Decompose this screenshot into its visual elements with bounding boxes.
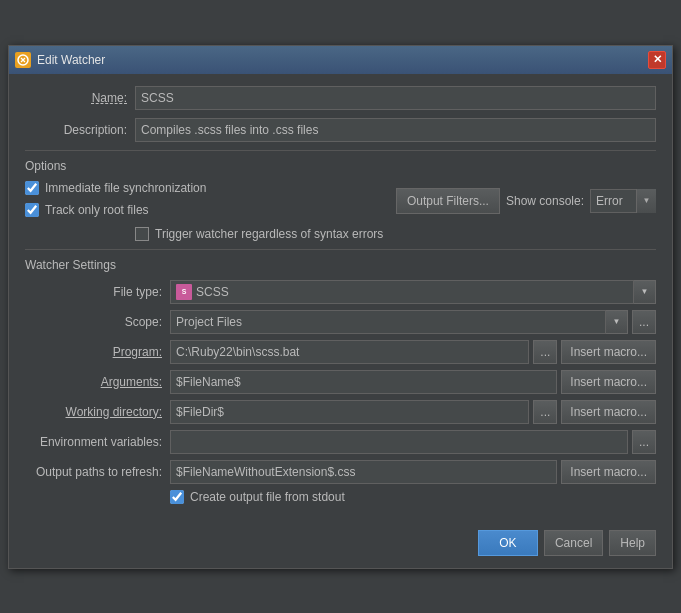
arguments-insert-macro-button[interactable]: Insert macro...	[561, 370, 656, 394]
create-output-checkbox[interactable]	[170, 490, 184, 504]
show-console-label: Show console:	[506, 194, 584, 208]
name-row: Name:	[25, 86, 656, 110]
trigger-checkbox[interactable]	[135, 227, 149, 241]
arguments-input[interactable]	[170, 370, 557, 394]
env-vars-input-wrap: ...	[170, 430, 656, 454]
track-root-checkbox[interactable]	[25, 203, 39, 217]
scss-file-icon: S	[176, 284, 192, 300]
working-dir-ellipsis-btn[interactable]: ...	[533, 400, 557, 424]
options-section: Options Immediate file synchronization T…	[25, 159, 656, 241]
scope-input-wrap: Project Files ▼ ...	[170, 310, 656, 334]
working-dir-row: Working directory: ... Insert macro...	[25, 400, 656, 424]
scope-ellipsis-btn[interactable]: ...	[632, 310, 656, 334]
working-dir-input[interactable]	[170, 400, 529, 424]
immediate-sync-row: Immediate file synchronization	[25, 181, 206, 195]
working-dir-label: Working directory:	[25, 405, 170, 419]
cancel-button[interactable]: Cancel	[544, 530, 603, 556]
options-right: Output Filters... Show console: Error Al…	[396, 188, 656, 214]
output-paths-input-wrap: Insert macro...	[170, 460, 656, 484]
output-paths-label: Output paths to refresh:	[25, 465, 170, 479]
file-type-row: File type: S SCSS ▼	[25, 280, 656, 304]
close-button[interactable]: ✕	[648, 51, 666, 69]
env-vars-label: Environment variables:	[25, 435, 170, 449]
env-vars-input[interactable]	[170, 430, 628, 454]
scope-select[interactable]: Project Files	[170, 310, 606, 334]
file-type-dropdown-btn[interactable]: ▼	[634, 280, 656, 304]
track-root-row: Track only root files	[25, 203, 206, 217]
output-filters-button[interactable]: Output Filters...	[396, 188, 500, 214]
env-vars-row: Environment variables: ...	[25, 430, 656, 454]
options-main-row: Immediate file synchronization Track onl…	[25, 181, 656, 221]
program-row: Program: ... Insert macro...	[25, 340, 656, 364]
show-console-select[interactable]: Error Always Never	[590, 189, 656, 213]
title-bar: Edit Watcher ✕	[9, 46, 672, 74]
file-type-select-wrap: S SCSS ▼	[170, 280, 656, 304]
dialog-body: Name: Description: Options Immediate fil…	[9, 74, 672, 520]
edit-watcher-dialog: Edit Watcher ✕ Name: Description: Option…	[8, 45, 673, 569]
output-paths-input[interactable]	[170, 460, 557, 484]
arguments-input-wrap: Insert macro...	[170, 370, 656, 394]
program-input[interactable]	[170, 340, 529, 364]
options-title: Options	[25, 159, 656, 173]
program-ellipsis-btn[interactable]: ...	[533, 340, 557, 364]
trigger-row: Trigger watcher regardless of syntax err…	[135, 227, 656, 241]
show-console-select-wrap: Error Always Never ▼	[590, 189, 656, 213]
trigger-label: Trigger watcher regardless of syntax err…	[155, 227, 383, 241]
ok-button[interactable]: OK	[478, 530, 538, 556]
working-dir-input-wrap: ... Insert macro...	[170, 400, 656, 424]
program-insert-macro-button[interactable]: Insert macro...	[561, 340, 656, 364]
program-input-wrap: ... Insert macro...	[170, 340, 656, 364]
description-input[interactable]	[135, 118, 656, 142]
create-output-row: Create output file from stdout	[170, 490, 656, 504]
output-paths-insert-macro-button[interactable]: Insert macro...	[561, 460, 656, 484]
scope-label: Scope:	[25, 315, 170, 329]
scope-row: Scope: Project Files ▼ ...	[25, 310, 656, 334]
immediate-sync-checkbox[interactable]	[25, 181, 39, 195]
dialog-footer: OK Cancel Help	[9, 520, 672, 568]
description-row: Description:	[25, 118, 656, 142]
file-type-label: File type:	[25, 285, 170, 299]
dialog-title: Edit Watcher	[37, 53, 105, 67]
name-input[interactable]	[135, 86, 656, 110]
track-root-label: Track only root files	[45, 203, 149, 217]
watcher-settings-section: Watcher Settings File type: S SCSS ▼ Sco…	[25, 258, 656, 504]
description-label: Description:	[25, 123, 135, 137]
arguments-label: Arguments:	[25, 375, 170, 389]
divider-2	[25, 249, 656, 250]
title-bar-left: Edit Watcher	[15, 52, 105, 68]
create-output-label: Create output file from stdout	[190, 490, 345, 504]
watcher-settings-title: Watcher Settings	[25, 258, 656, 272]
program-label: Program:	[25, 345, 170, 359]
working-dir-insert-macro-button[interactable]: Insert macro...	[561, 400, 656, 424]
scope-select-wrap: Project Files ▼	[170, 310, 628, 334]
scope-dropdown-btn[interactable]: ▼	[606, 310, 628, 334]
file-type-value: SCSS	[196, 285, 229, 299]
immediate-sync-label: Immediate file synchronization	[45, 181, 206, 195]
env-vars-ellipsis-btn[interactable]: ...	[632, 430, 656, 454]
help-button[interactable]: Help	[609, 530, 656, 556]
arguments-row: Arguments: Insert macro...	[25, 370, 656, 394]
file-type-input-wrap: S SCSS ▼	[170, 280, 656, 304]
output-paths-row: Output paths to refresh: Insert macro...	[25, 460, 656, 484]
divider-1	[25, 150, 656, 151]
name-label: Name:	[25, 91, 135, 105]
dialog-icon	[15, 52, 31, 68]
options-left: Immediate file synchronization Track onl…	[25, 181, 206, 221]
